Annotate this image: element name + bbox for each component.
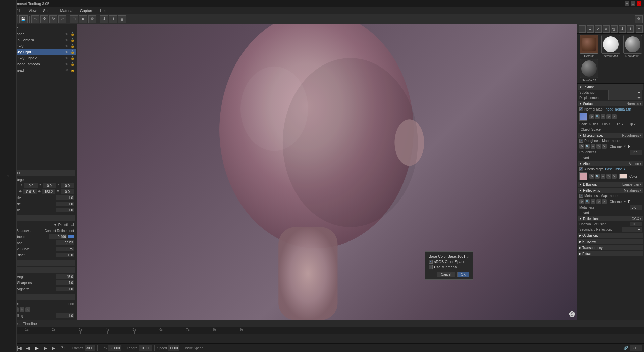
distance-value[interactable]: 33.52 xyxy=(56,240,74,245)
diffusion-header[interactable]: ▼ Diffusion: Lambertian ▼ xyxy=(578,182,643,187)
head-lock-icon[interactable]: 🔒 xyxy=(70,68,75,73)
normalmap-close-icon[interactable]: ✕ xyxy=(612,114,617,119)
type-value[interactable]: Directional xyxy=(58,223,74,227)
menu-scene[interactable]: Scene xyxy=(42,8,55,13)
render-button[interactable]: ▶ xyxy=(79,15,87,23)
render-eye-icon[interactable]: 👁 xyxy=(64,32,69,36)
metalnessmap-search-icon[interactable]: 🔍 xyxy=(585,199,590,204)
length-value[interactable]: 10.000 xyxy=(139,345,152,351)
render-lock-icon[interactable]: 🔒 xyxy=(70,32,75,36)
spot-angle-value[interactable]: 45.0 xyxy=(56,274,74,279)
flipy-label[interactable]: Flip Y xyxy=(615,122,623,126)
close-button[interactable]: ✕ xyxy=(637,1,641,6)
fps-value[interactable]: 30.000 xyxy=(108,345,121,351)
albedomap-edit-icon[interactable]: ✏ xyxy=(601,174,605,179)
reflectivity-header[interactable]: ▼ Reflectivity: Metalness ▼ xyxy=(578,188,643,193)
albedomap-refresh-icon[interactable]: ↻ xyxy=(606,174,611,179)
perspective-button[interactable]: ⊡ xyxy=(70,15,78,23)
normalmap-search-icon[interactable]: 🔍 xyxy=(595,114,600,119)
list-view-button[interactable]: ≡ xyxy=(636,25,643,33)
sky-eye-icon[interactable]: 👁 xyxy=(64,44,69,48)
tl-play-pause-button[interactable]: ▶ xyxy=(34,345,40,351)
rot-x-value[interactable]: -0.918 xyxy=(23,189,37,194)
roughnessmap-checkbox[interactable] xyxy=(579,139,583,143)
albedo-header[interactable]: ▼ Albedo: Albedo ▼ xyxy=(578,161,643,166)
metalnessmap-close-icon[interactable]: ✕ xyxy=(602,199,607,204)
bake-button[interactable]: ⚙ xyxy=(88,15,96,23)
spot-vignette-value[interactable]: 1.0 xyxy=(56,287,74,291)
menu-material[interactable]: Material xyxy=(59,8,75,13)
srgb-checkbox[interactable]: ✓ xyxy=(429,260,433,264)
mat-default[interactable]: Default xyxy=(579,35,599,58)
xscale-value[interactable]: 1.0 xyxy=(56,195,74,200)
rot-z-value[interactable]: 0.0 xyxy=(61,189,74,194)
yscale-value[interactable]: 1.0 xyxy=(56,202,74,206)
occlusion-header[interactable]: ▶ Occlusion: xyxy=(578,233,643,238)
delete-button[interactable]: 🗑 xyxy=(118,15,126,23)
move-button[interactable]: ✛ xyxy=(40,15,48,23)
import-button[interactable]: ⬇ xyxy=(100,15,108,23)
load-button[interactable]: ⬇ xyxy=(619,25,626,33)
select-button[interactable]: ↖ xyxy=(31,15,39,23)
save-button[interactable]: 💾 xyxy=(19,15,28,23)
metalnessmap-refresh-icon[interactable]: ↻ xyxy=(596,199,601,204)
cancel-button[interactable]: Cancel xyxy=(437,272,455,277)
gel-refresh-icon[interactable]: ↻ xyxy=(20,307,24,312)
normalmap-refresh-icon[interactable]: ↻ xyxy=(606,114,611,119)
texture-header[interactable]: ▼ Texture xyxy=(578,84,643,90)
emissive-header[interactable]: ▶ Emissive: xyxy=(578,239,643,244)
duplicate-button[interactable]: ⧉ xyxy=(603,25,610,33)
albedomap-settings-icon[interactable]: ⚙ xyxy=(589,174,594,179)
roughnessmap-refresh-icon[interactable]: ↻ xyxy=(596,144,601,149)
menu-view[interactable]: View xyxy=(27,8,38,13)
tl-loop-button[interactable]: ↻ xyxy=(60,345,66,351)
horizon-occlusion-value[interactable]: 0.0 xyxy=(630,222,642,226)
roughnessmap-edit-icon[interactable]: ✏ xyxy=(591,144,595,149)
microsurface-header[interactable]: ▼ Microsurface: Roughness ▼ xyxy=(578,133,643,138)
head-eye-icon[interactable]: 👁 xyxy=(64,68,69,73)
normalmap-edit-icon[interactable]: ✏ xyxy=(601,114,605,119)
scale-button[interactable]: ⤢ xyxy=(58,15,66,23)
roughness-value[interactable]: 0.99 xyxy=(630,150,642,155)
settings-right-button[interactable]: ⚙ xyxy=(587,25,594,33)
minimize-button[interactable]: ─ xyxy=(625,1,629,6)
normalmap-settings-icon[interactable]: ⚙ xyxy=(589,114,594,119)
gel-tiling-value[interactable]: 1.0 xyxy=(56,313,74,318)
frames-value[interactable]: 300 xyxy=(85,345,95,351)
subdivision-dropdown[interactable]: - xyxy=(608,90,642,95)
skylight2-eye-icon[interactable]: 👁 xyxy=(64,56,69,60)
gel-close-icon[interactable]: ✕ xyxy=(25,307,30,312)
menu-help[interactable]: Help xyxy=(99,8,109,13)
flipx-label[interactable]: Flip X xyxy=(602,122,611,126)
mat-defaultmat[interactable]: defaultMat xyxy=(600,35,621,58)
roughnessmap-search-icon[interactable]: 🔍 xyxy=(585,144,590,149)
mat-newmat01[interactable]: NewMat01 xyxy=(622,35,643,58)
menu-capture[interactable]: Capture xyxy=(79,8,95,13)
secondary-reflection-dropdown[interactable]: - xyxy=(622,227,642,232)
maximize-button[interactable]: □ xyxy=(631,1,635,6)
camera-eye-icon[interactable]: 👁 xyxy=(64,38,69,42)
metalnessmap-settings-icon[interactable]: ⚙ xyxy=(579,199,584,204)
spot-sharpness-value[interactable]: 4.0 xyxy=(56,280,74,285)
metalnessmap-checkbox[interactable] xyxy=(579,194,583,198)
displacement-dropdown[interactable]: - xyxy=(608,95,642,100)
surface-header[interactable]: ▼ Surface: Normals ▼ xyxy=(578,101,643,106)
brightness-value[interactable]: 0.499 xyxy=(49,234,67,239)
settings-button[interactable]: ⚙ xyxy=(635,15,643,23)
tl-prev-frame-button[interactable]: ◀ xyxy=(25,345,32,351)
tl-next-frame-button[interactable]: ▶ xyxy=(42,345,49,351)
albedomap-checkbox[interactable] xyxy=(579,167,583,171)
shadow-offset-value[interactable]: 0.0 xyxy=(56,253,74,257)
rot-y-value[interactable]: 153.2 xyxy=(42,189,55,194)
metalness-value[interactable]: 0.0 xyxy=(630,205,642,210)
tl-next-key-button[interactable]: ▶| xyxy=(51,345,58,351)
metalnessmap-edit-icon[interactable]: ✏ xyxy=(591,199,595,204)
camera-lock-icon[interactable]: 🔒 xyxy=(70,38,75,42)
attenuation-value[interactable]: 0.75 xyxy=(56,247,74,251)
skylight1-eye-icon[interactable]: 👁 xyxy=(64,50,69,54)
delete-material-button[interactable]: ✕ xyxy=(595,25,602,33)
skylight1-lock-icon[interactable]: 🔒 xyxy=(70,50,75,54)
pos-y-value[interactable]: 0.0 xyxy=(43,183,56,188)
sky-lock-icon[interactable]: 🔒 xyxy=(70,44,75,48)
viewport[interactable]: Main Camera ▾ xyxy=(77,24,577,320)
